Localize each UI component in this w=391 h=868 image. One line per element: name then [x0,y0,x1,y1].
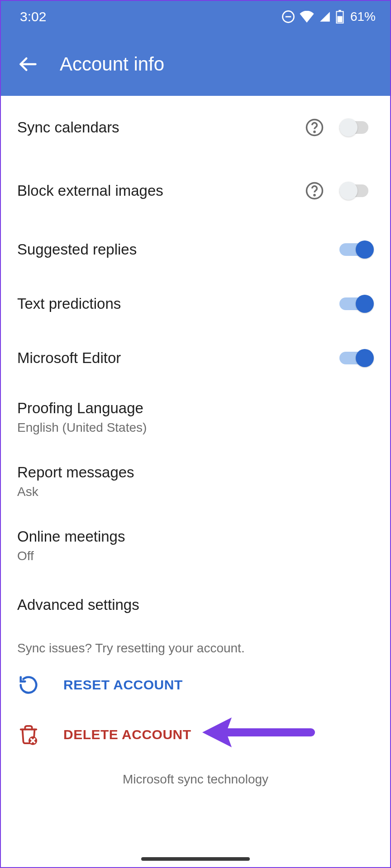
status-bar: 3:02 61% [1,1,390,33]
battery-percent: 61% [350,9,376,24]
battery-icon [336,10,344,24]
sync-hint: Sync issues? Try resetting your account. [1,632,390,660]
row-online-meetings[interactable]: Online meetings Off [1,514,390,578]
svg-point-9 [314,195,315,196]
reset-icon [17,674,40,696]
page-title: Account info [60,53,164,75]
reset-account-label: RESET ACCOUNT [63,677,183,693]
row-microsoft-editor[interactable]: Microsoft Editor [1,331,390,385]
label-microsoft-editor: Microsoft Editor [17,349,339,367]
help-icon[interactable] [303,116,326,139]
label-text-predictions: Text predictions [17,295,339,312]
wifi-icon [300,11,314,23]
value-online-meetings: Off [17,549,374,563]
value-report-messages: Ask [17,485,374,499]
reset-account-button[interactable]: RESET ACCOUNT [1,660,390,710]
label-sync-calendars: Sync calendars [17,119,303,136]
label-proofing-language: Proofing Language [17,400,374,417]
row-block-external-images[interactable]: Block external images [1,159,390,222]
label-report-messages: Report messages [17,464,374,481]
svg-rect-4 [337,16,342,23]
svg-rect-2 [339,10,341,11]
toggle-microsoft-editor[interactable] [339,349,374,367]
app-bar: Account info [1,33,390,96]
status-time: 3:02 [20,9,46,24]
help-icon[interactable] [303,179,326,202]
row-advanced-settings[interactable]: Advanced settings [1,578,390,632]
row-proofing-language[interactable]: Proofing Language English (United States… [1,385,390,449]
row-report-messages[interactable]: Report messages Ask [1,449,390,514]
back-button[interactable] [14,51,42,78]
row-sync-calendars[interactable]: Sync calendars [1,96,390,159]
row-text-predictions[interactable]: Text predictions [1,277,390,331]
signal-icon [319,11,331,23]
footer-text: Microsoft sync technology [1,760,390,809]
home-indicator [141,857,250,861]
toggle-sync-calendars[interactable] [339,118,374,137]
label-online-meetings: Online meetings [17,528,374,545]
delete-account-button[interactable]: DELETE ACCOUNT [1,710,390,760]
label-advanced-settings: Advanced settings [17,596,374,613]
label-block-external-images: Block external images [17,182,303,199]
toggle-block-external-images[interactable] [339,182,374,200]
settings-list: Sync calendars Block external images Sug… [1,96,390,809]
value-proofing-language: English (United States) [17,420,374,435]
svg-point-7 [314,132,315,132]
dnd-icon [281,10,295,24]
toggle-suggested-replies[interactable] [339,241,374,259]
status-icons: 61% [281,9,376,24]
delete-account-label: DELETE ACCOUNT [63,727,191,742]
row-suggested-replies[interactable]: Suggested replies [1,222,390,277]
trash-icon [17,723,40,746]
label-suggested-replies: Suggested replies [17,241,339,258]
toggle-text-predictions[interactable] [339,295,374,313]
